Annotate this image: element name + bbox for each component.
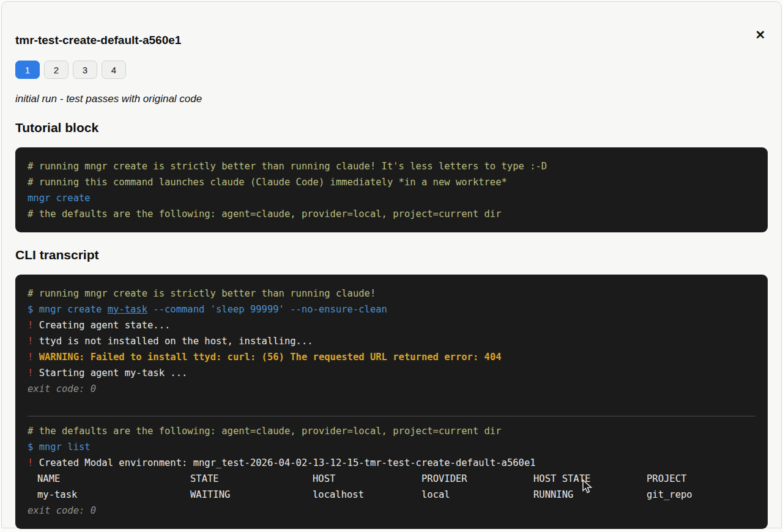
page-button-4[interactable]: 4 (102, 61, 126, 79)
task-link[interactable]: my-task (108, 304, 147, 315)
bang-icon: ! (28, 320, 33, 331)
cli-info-line: ! Starting agent my-task ... (28, 365, 755, 381)
col-header-provider: PROVIDER (421, 471, 533, 487)
close-icon[interactable]: ✕ (752, 26, 769, 43)
col-header-host: HOST (313, 471, 421, 487)
tutorial-line: # running this command launches claude (… (28, 174, 755, 190)
run-note: initial run - test passes with original … (15, 93, 768, 105)
col-header-name: NAME (37, 471, 190, 487)
cli-info-line: ! ttyd is not installed on the host, ins… (28, 333, 755, 349)
cell-provider: local (421, 487, 533, 503)
cell-host: localhost (313, 487, 421, 503)
cmd-text: --command 'sleep 99999' --no-ensure-clea… (147, 304, 387, 315)
tutorial-line: # the defaults are the following: agent=… (28, 206, 755, 222)
mouse-cursor (581, 479, 595, 494)
page-button-2[interactable]: 2 (44, 61, 69, 79)
page-button-1[interactable]: 1 (15, 61, 40, 79)
col-header-state: STATE (190, 471, 313, 487)
tutorial-line: # running mngr create is strictly better… (28, 158, 755, 174)
cell-project: git_repo (647, 487, 692, 503)
bang-icon: ! (28, 352, 33, 363)
cli-info-line: ! Creating agent state... (28, 317, 755, 333)
tutorial-command: mngr create (28, 190, 755, 206)
cli-comment: # the defaults are the following: agent=… (28, 423, 755, 439)
bang-icon: ! (28, 457, 33, 468)
cell-name: my-task (37, 487, 190, 503)
info-text: Created Modal environment: mngr_test-202… (33, 457, 535, 468)
cli-transcript-heading: CLI transcript (15, 248, 768, 262)
info-text: ttyd is not installed on the host, insta… (33, 336, 313, 347)
info-text: Starting agent my-task ... (33, 368, 187, 379)
cell-state: WAITING (190, 487, 313, 503)
exit-code-line: exit code: 0 (28, 381, 755, 397)
cli-command: $ mngr create my-task --command 'sleep 9… (28, 301, 755, 317)
bang-icon: ! (28, 368, 33, 379)
warning-text: WARNING: Failed to install ttyd: curl: (… (33, 352, 501, 363)
table-row: my-taskWAITINGlocalhostlocalRUNNINGgit_r… (28, 487, 755, 503)
cli-transcript-block: # running mngr create is strictly better… (15, 275, 768, 529)
cli-command: $ mngr list (28, 439, 755, 455)
page-button-3[interactable]: 3 (73, 61, 97, 79)
tutorial-heading: Tutorial block (15, 120, 768, 135)
transcript-divider (28, 416, 755, 416)
col-header-project: PROJECT (647, 471, 686, 487)
table-header-row: NAMESTATEHOSTPROVIDERHOST STATEPROJECT (28, 471, 755, 487)
page-title: tmr-test-create-default-a560e1 (15, 34, 768, 47)
cli-comment: # running mngr create is strictly better… (28, 286, 755, 301)
test-report-modal: ✕ tmr-test-create-default-a560e1 1 2 3 4… (1, 1, 782, 528)
tutorial-code-block: # running mngr create is strictly better… (15, 147, 768, 232)
cli-warning-line: ! WARNING: Failed to install ttyd: curl:… (28, 349, 755, 365)
info-text: Creating agent state... (33, 320, 170, 331)
cli-info-line: ! Created Modal environment: mngr_test-2… (28, 455, 755, 471)
pagination: 1 2 3 4 (15, 61, 768, 79)
exit-code-line: exit code: 0 (28, 503, 755, 519)
bang-icon: ! (28, 336, 33, 347)
cmd-text: $ mngr create (28, 304, 108, 315)
